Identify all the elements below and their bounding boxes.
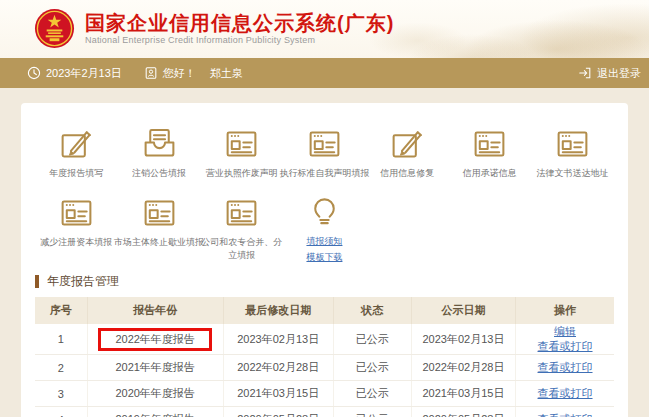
page: 国家企业信用信息公示系统(广东) National Enterprise Cre… (0, 0, 649, 417)
quick-actions-row-2: 减少注册资本填报市场主体终止歇业填报公司和农专合并、分立填报填报须知模板下载 (35, 194, 614, 264)
cell-status: 已公示 (333, 381, 411, 407)
quick-action[interactable]: 公司和农专合并、分立填报 (200, 194, 283, 264)
cell-publish-date: 2021年03月15日 (411, 381, 515, 407)
column-header: 操作 (516, 297, 614, 324)
cell-report-year: 2020年年度报告 (87, 381, 223, 407)
clock-icon (27, 66, 41, 80)
window-icon (223, 125, 260, 162)
help-links: 填报须知模板下载 (306, 235, 342, 264)
quick-action[interactable]: 市场主体终止歇业填报 (118, 194, 201, 264)
exit-icon (578, 66, 592, 80)
quick-action-label: 减少注册资本填报 (40, 236, 112, 249)
annual-report-table: 序号报告年份最后修改日期状态公示日期操作 12022年年度报告2023年02月1… (35, 297, 614, 417)
window-icon (306, 125, 343, 162)
content-area: 年度报告填写注销公告填报营业执照作废声明执行标准自我声明填报信用信息修复信用承诺… (0, 88, 649, 417)
table-row: 42019年年度报告2020年05月28日已公示2020年05月28日查看或打印 (35, 407, 614, 417)
column-header: 公示日期 (411, 297, 515, 324)
view-or-print-link[interactable]: 查看或打印 (538, 361, 593, 373)
highlight-box: 2022年年度报告 (98, 328, 211, 351)
quick-action[interactable]: 信用信息修复 (366, 125, 449, 180)
edit-link[interactable]: 编辑 (554, 325, 576, 337)
window-icon (141, 194, 178, 231)
section-accent-bar (35, 275, 39, 288)
quick-action[interactable]: 法律文书送达地址 (531, 125, 614, 180)
brand-text: 国家企业信用信息公示系统(广东) National Enterprise Cre… (85, 12, 394, 45)
quick-action-label: 执行标准自我声明填报 (279, 167, 369, 180)
badge-icon (144, 66, 158, 80)
greeting-text: 您好！ (163, 66, 196, 81)
window-icon (554, 125, 591, 162)
quick-action-label: 信用承诺信息 (463, 167, 517, 180)
cell-actions: 查看或打印 (516, 381, 614, 407)
column-header: 序号 (35, 297, 87, 324)
template-download-link[interactable]: 模板下载 (306, 251, 342, 265)
date-text: 2023年2月13日 (46, 66, 122, 81)
table-row: 12022年年度报告2023年02月13日已公示2023年02月13日编辑查看或… (35, 324, 614, 355)
quick-action-label: 注销公告填报 (132, 167, 186, 180)
main-panel: 年度报告填写注销公告填报营业执照作废声明执行标准自我声明填报信用信息修复信用承诺… (21, 103, 628, 417)
quick-action[interactable]: 减少注册资本填报 (35, 194, 118, 264)
cell-report-year: 2022年年度报告 (87, 324, 223, 355)
cell-index: 3 (35, 381, 87, 407)
quick-action-label: 营业执照作废声明 (206, 167, 278, 180)
table-row: 32020年年度报告2021年03月15日已公示2021年03月15日查看或打印 (35, 381, 614, 407)
cell-index: 2 (35, 355, 87, 381)
inbox-icon (141, 125, 178, 162)
section-title-text: 年度报告管理 (47, 273, 119, 290)
table-header-row: 序号报告年份最后修改日期状态公示日期操作 (35, 297, 614, 324)
cell-actions: 查看或打印 (516, 407, 614, 417)
view-or-print-link[interactable]: 查看或打印 (538, 340, 593, 352)
edit-square-icon (389, 125, 426, 162)
cell-index: 4 (35, 407, 87, 417)
cell-actions: 查看或打印 (516, 355, 614, 381)
national-emblem-icon (34, 8, 75, 49)
column-header: 状态 (333, 297, 411, 324)
quick-action-label: 公司和农专合并、分立填报 (200, 236, 283, 262)
site-header: 国家企业信用信息公示系统(广东) National Enterprise Cre… (0, 0, 649, 58)
topbar: 2023年2月13日 您好！ 郑土泉 退出登录 (0, 58, 649, 88)
cell-modified-date: 2021年03月15日 (223, 381, 333, 407)
window-icon (58, 194, 95, 231)
window-icon (223, 194, 260, 231)
bulb-icon (306, 194, 343, 231)
window-icon (471, 125, 508, 162)
greeting: 您好！ (144, 66, 196, 81)
column-header: 最后修改日期 (223, 297, 333, 324)
brand: 国家企业信用信息公示系统(广东) National Enterprise Cre… (0, 0, 649, 49)
cell-status: 已公示 (333, 324, 411, 355)
cell-modified-date: 2022年02月28日 (223, 355, 333, 381)
username: 郑土泉 (210, 66, 243, 81)
quick-action-label: 法律文书送达地址 (537, 167, 609, 180)
view-or-print-link[interactable]: 查看或打印 (538, 387, 593, 399)
cell-publish-date: 2022年02月28日 (411, 355, 515, 381)
filing-instructions-link[interactable]: 填报须知 (306, 235, 342, 249)
cell-index: 1 (35, 324, 87, 355)
cell-modified-date: 2023年02月13日 (223, 324, 333, 355)
logout-label: 退出登录 (597, 66, 641, 81)
quick-actions-row-1: 年度报告填写注销公告填报营业执照作废声明执行标准自我声明填报信用信息修复信用承诺… (35, 125, 614, 180)
cell-publish-date: 2023年02月13日 (411, 324, 515, 355)
help-panel: 填报须知模板下载 (283, 194, 366, 264)
site-subtitle: National Enterprise Credit Information P… (85, 35, 394, 45)
quick-action-label: 市场主体终止歇业填报 (114, 236, 204, 249)
view-or-print-link[interactable]: 查看或打印 (538, 413, 593, 417)
cell-publish-date: 2020年05月28日 (411, 407, 515, 417)
quick-action[interactable]: 执行标准自我声明填报 (283, 125, 366, 180)
quick-action[interactable]: 营业执照作废声明 (200, 125, 283, 180)
table-body: 12022年年度报告2023年02月13日已公示2023年02月13日编辑查看或… (35, 324, 614, 417)
section-title: 年度报告管理 (35, 273, 614, 290)
column-header: 报告年份 (87, 297, 223, 324)
cell-status: 已公示 (333, 407, 411, 417)
cell-actions: 编辑查看或打印 (516, 324, 614, 355)
quick-action[interactable]: 信用承诺信息 (449, 125, 532, 180)
quick-action-label: 年度报告填写 (49, 167, 103, 180)
logout-button[interactable]: 退出登录 (578, 66, 641, 81)
cell-report-year: 2021年年度报告 (87, 355, 223, 381)
quick-action[interactable]: 年度报告填写 (35, 125, 118, 180)
quick-action-label: 信用信息修复 (380, 167, 434, 180)
quick-action[interactable]: 注销公告填报 (118, 125, 201, 180)
date-display: 2023年2月13日 (27, 66, 122, 81)
edit-square-icon (58, 125, 95, 162)
site-title: 国家企业信用信息公示系统(广东) (85, 12, 394, 35)
table-row: 22021年年度报告2022年02月28日已公示2022年02月28日查看或打印 (35, 355, 614, 381)
